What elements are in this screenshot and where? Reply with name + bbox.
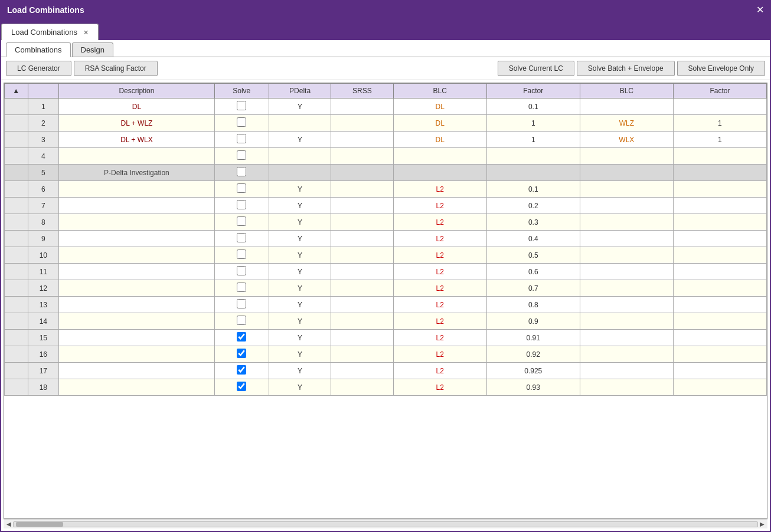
factor1-cell[interactable]: 1 bbox=[486, 115, 580, 132]
factor2-cell[interactable] bbox=[673, 165, 766, 181]
factor2-cell[interactable] bbox=[673, 214, 766, 231]
factor2-cell[interactable] bbox=[673, 297, 766, 313]
tab-close-icon[interactable]: ✕ bbox=[83, 29, 89, 36]
solve-checkbox[interactable] bbox=[237, 349, 246, 358]
solve-checkbox[interactable] bbox=[237, 150, 246, 160]
solve-cell[interactable] bbox=[214, 280, 269, 297]
blc2-cell[interactable] bbox=[580, 165, 673, 181]
blc1-cell[interactable]: L2 bbox=[393, 346, 486, 363]
factor2-cell[interactable] bbox=[673, 198, 766, 214]
solve-checkbox[interactable] bbox=[237, 365, 246, 375]
blc2-cell[interactable] bbox=[580, 297, 673, 313]
solve-checkbox[interactable] bbox=[237, 200, 246, 209]
blc1-cell[interactable]: L2 bbox=[393, 297, 486, 313]
factor2-cell[interactable] bbox=[673, 346, 766, 363]
blc1-cell[interactable]: DL bbox=[393, 98, 486, 115]
horizontal-scrollbar[interactable]: ◀ ▶ bbox=[4, 519, 767, 528]
blc1-cell[interactable]: L2 bbox=[393, 214, 486, 231]
blc1-cell[interactable]: DL bbox=[393, 132, 486, 148]
row-description[interactable] bbox=[59, 330, 214, 346]
factor2-cell[interactable] bbox=[673, 379, 766, 396]
sort-header[interactable]: ▲ bbox=[5, 84, 28, 98]
row-description[interactable] bbox=[59, 363, 214, 379]
close-button[interactable]: ✕ bbox=[756, 5, 764, 15]
factor1-cell[interactable] bbox=[486, 148, 580, 165]
blc1-cell[interactable]: L2 bbox=[393, 363, 486, 379]
solve-checkbox[interactable] bbox=[237, 283, 246, 292]
factor2-cell[interactable] bbox=[673, 231, 766, 247]
factor1-cell[interactable]: 0.2 bbox=[486, 198, 580, 214]
blc1-cell[interactable]: L2 bbox=[393, 330, 486, 346]
blc2-cell[interactable] bbox=[580, 148, 673, 165]
factor2-cell[interactable] bbox=[673, 264, 766, 280]
solve-cell[interactable] bbox=[214, 247, 269, 264]
blc2-cell[interactable] bbox=[580, 247, 673, 264]
solve-batch-button[interactable]: Solve Batch + Envelope bbox=[577, 61, 675, 76]
blc1-cell[interactable]: L2 bbox=[393, 313, 486, 330]
solve-cell[interactable] bbox=[214, 181, 269, 198]
solve-checkbox[interactable] bbox=[237, 316, 246, 325]
solve-cell[interactable] bbox=[214, 346, 269, 363]
row-description[interactable] bbox=[59, 379, 214, 396]
blc1-cell[interactable]: L2 bbox=[393, 181, 486, 198]
row-description[interactable] bbox=[59, 214, 214, 231]
blc1-cell[interactable]: L2 bbox=[393, 379, 486, 396]
row-description[interactable] bbox=[59, 346, 214, 363]
factor1-cell[interactable]: 0.93 bbox=[486, 379, 580, 396]
row-description[interactable] bbox=[59, 198, 214, 214]
blc2-cell[interactable] bbox=[580, 363, 673, 379]
solve-current-button[interactable]: Solve Current LC bbox=[498, 61, 574, 76]
blc1-cell[interactable] bbox=[393, 165, 486, 181]
solve-checkbox[interactable] bbox=[237, 332, 246, 341]
subtab-design[interactable]: Design bbox=[72, 42, 113, 57]
row-description[interactable]: DL + WLZ bbox=[59, 115, 214, 132]
solve-checkbox[interactable] bbox=[237, 183, 246, 193]
blc1-cell[interactable]: DL bbox=[393, 115, 486, 132]
scroll-right-arrow[interactable]: ▶ bbox=[758, 521, 766, 527]
factor2-cell[interactable] bbox=[673, 280, 766, 297]
solve-cell[interactable] bbox=[214, 98, 269, 115]
row-description[interactable] bbox=[59, 313, 214, 330]
solve-envelope-button[interactable]: Solve Envelope Only bbox=[677, 61, 765, 76]
row-description[interactable]: P-Delta Investigation bbox=[59, 165, 214, 181]
row-description[interactable] bbox=[59, 231, 214, 247]
factor2-cell[interactable] bbox=[673, 148, 766, 165]
solve-cell[interactable] bbox=[214, 379, 269, 396]
factor2-cell[interactable] bbox=[673, 181, 766, 198]
blc2-cell[interactable] bbox=[580, 231, 673, 247]
factor2-cell[interactable] bbox=[673, 247, 766, 264]
solve-checkbox[interactable] bbox=[237, 134, 246, 143]
subtab-combinations[interactable]: Combinations bbox=[6, 42, 71, 57]
factor1-cell[interactable] bbox=[486, 165, 580, 181]
factor2-cell[interactable] bbox=[673, 313, 766, 330]
solve-checkbox[interactable] bbox=[237, 266, 246, 275]
solve-cell[interactable] bbox=[214, 214, 269, 231]
solve-cell[interactable] bbox=[214, 115, 269, 132]
row-description[interactable] bbox=[59, 247, 214, 264]
table-wrapper[interactable]: ▲ Description Solve PDelta SRSS BLC Fact… bbox=[4, 83, 767, 519]
solve-cell[interactable] bbox=[214, 363, 269, 379]
factor1-cell[interactable]: 0.7 bbox=[486, 280, 580, 297]
blc1-cell[interactable]: L2 bbox=[393, 264, 486, 280]
factor2-cell[interactable] bbox=[673, 330, 766, 346]
blc2-cell[interactable] bbox=[580, 346, 673, 363]
solve-checkbox[interactable] bbox=[237, 382, 246, 391]
blc2-cell[interactable] bbox=[580, 379, 673, 396]
lc-generator-button[interactable]: LC Generator bbox=[6, 61, 71, 76]
blc1-cell[interactable] bbox=[393, 148, 486, 165]
blc2-cell[interactable] bbox=[580, 198, 673, 214]
solve-checkbox[interactable] bbox=[237, 167, 246, 176]
blc2-cell[interactable] bbox=[580, 181, 673, 198]
row-description[interactable]: DL + WLX bbox=[59, 132, 214, 148]
factor1-cell[interactable]: 0.1 bbox=[486, 98, 580, 115]
solve-cell[interactable] bbox=[214, 231, 269, 247]
factor1-cell[interactable]: 0.91 bbox=[486, 330, 580, 346]
blc2-cell[interactable] bbox=[580, 214, 673, 231]
solve-cell[interactable] bbox=[214, 264, 269, 280]
blc2-cell[interactable] bbox=[580, 280, 673, 297]
scrollbar-thumb[interactable] bbox=[16, 522, 63, 527]
solve-checkbox[interactable] bbox=[237, 101, 246, 110]
factor1-cell[interactable]: 1 bbox=[486, 132, 580, 148]
factor2-cell[interactable]: 1 bbox=[673, 115, 766, 132]
factor1-cell[interactable]: 0.8 bbox=[486, 297, 580, 313]
